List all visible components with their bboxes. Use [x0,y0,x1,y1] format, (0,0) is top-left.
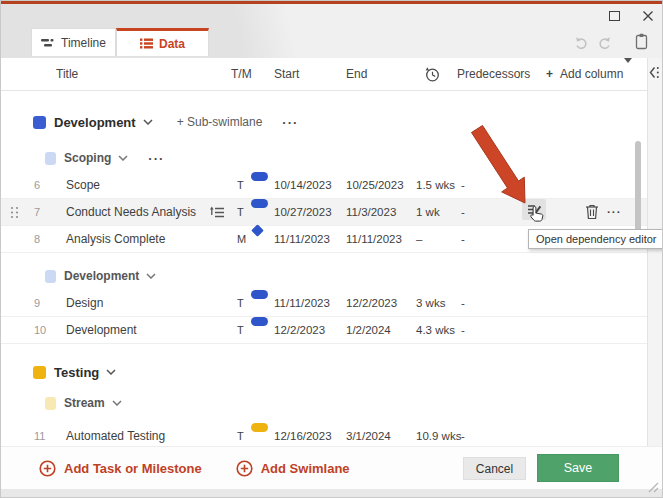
start-date-cell[interactable]: 11/11/2023 [274,290,330,316]
task-shape-marker[interactable] [251,317,268,326]
swimlane-label[interactable]: Development [54,115,136,130]
table-header: Title T/M Start End Predecessors + Add c… [1,58,647,91]
add-task-or-milestone-button[interactable]: Add Task or Milestone [39,460,202,477]
task-row-9[interactable]: 9 Design T 11/11/2023 12/2/2023 3 wks - [1,290,647,317]
sub-swimlane-color-marker [45,152,56,165]
row-number: 8 [34,226,40,252]
milestone-shape-marker[interactable] [251,224,264,237]
sub-swimlane-label[interactable]: Development [64,269,139,283]
tm-cell[interactable]: T [237,317,244,343]
chevron-down-icon[interactable] [146,273,156,279]
end-date-cell[interactable]: 11/3/2023 [346,199,396,225]
row-more-button[interactable]: ··· [607,199,622,225]
end-date-cell[interactable]: 12/2/2023 [346,290,397,316]
annotation-arrow [469,123,544,218]
end-date-cell[interactable]: 1/2/2024 [346,317,391,343]
predecessors-cell[interactable]: - [461,290,465,316]
sub-swimlane-more-button[interactable]: ··· [148,151,164,166]
task-table: Development + Sub-swimlane ··· Scoping ·… [1,91,647,446]
circle-plus-icon [236,460,253,477]
column-start[interactable]: Start [274,58,299,91]
swimlane-color-marker [33,116,46,129]
chevron-down-icon[interactable] [112,400,122,406]
clipboard-icon[interactable] [635,33,648,50]
predecessors-cell[interactable]: - [461,172,465,198]
column-predecessors[interactable]: Predecessors [457,58,530,91]
task-title-cell[interactable]: Conduct Needs Analysis [66,199,196,225]
close-icon[interactable] [642,10,654,22]
sub-swimlane-stream[interactable]: Stream [1,389,647,417]
chevron-down-icon[interactable] [143,119,153,125]
sub-swimlane-development[interactable]: Development [1,262,647,290]
end-date-cell[interactable]: 11/11/2023 [346,226,402,252]
predecessors-cell[interactable]: - [461,226,465,252]
duration-clock-icon[interactable] [424,66,441,83]
duration-cell[interactable]: – [416,226,422,252]
swimlane-development[interactable]: Development + Sub-swimlane ··· [1,108,647,136]
resize-grip[interactable] [645,479,659,493]
data-list-icon [140,38,153,49]
start-date-cell[interactable]: 10/27/2023 [274,199,332,225]
chevron-down-icon[interactable] [118,155,128,161]
add-column-dropdown-icon[interactable] [624,58,632,63]
add-sub-swimlane-button[interactable]: + Sub-swimlane [177,115,263,129]
sub-swimlane-label[interactable]: Scoping [64,151,111,165]
column-end[interactable]: End [346,58,367,91]
add-task-label: Add Task or Milestone [64,461,202,476]
redo-icon[interactable] [598,36,613,49]
duration-cell[interactable]: 1 wk [416,199,440,225]
start-date-cell[interactable]: 10/14/2023 [274,172,332,198]
tab-data[interactable]: Data [116,28,209,56]
task-shape-marker[interactable] [251,199,268,208]
task-row-10[interactable]: 10 Development T 12/2/2023 1/2/2024 4.3 … [1,317,647,344]
task-row-6[interactable]: 6 Scope T 10/14/2023 10/25/2023 1.5 wks … [1,172,647,199]
sub-swimlane-color-marker [45,270,56,283]
delete-icon[interactable] [585,204,599,220]
tm-cell[interactable]: M [237,226,246,252]
hand-cursor-icon [529,205,546,224]
add-swimlane-button[interactable]: Add Swimlane [236,460,350,477]
swimlane-color-marker [33,366,46,379]
collapse-panel-icon[interactable] [649,65,660,80]
circle-plus-icon [39,460,56,477]
tab-timeline[interactable]: Timeline [31,28,116,56]
task-row-7[interactable]: 7 Conduct Needs Analysis T 10/27/2023 11… [1,199,647,226]
chevron-down-icon[interactable] [106,369,116,375]
start-date-cell[interactable]: 11/11/2023 [274,226,330,252]
predecessors-cell[interactable]: - [461,317,465,343]
sub-swimlane-scoping[interactable]: Scoping ··· [1,144,647,172]
add-swimlane-label: Add Swimlane [261,461,350,476]
task-shape-marker[interactable] [251,172,268,181]
maximize-icon[interactable] [609,11,620,21]
duration-cell[interactable]: 4.3 wks [416,317,455,343]
undo-icon[interactable] [573,36,588,49]
task-shape-marker[interactable] [251,290,268,299]
task-title-cell[interactable]: Development [66,317,137,343]
tm-cell[interactable]: T [237,172,244,198]
drag-handle-icon[interactable] [10,206,19,219]
tm-cell[interactable]: T [237,199,244,225]
save-button[interactable]: Save [537,454,619,482]
end-date-cell[interactable]: 10/25/2023 [346,172,404,198]
duration-cell[interactable]: 1.5 wks [416,172,455,198]
task-title-cell[interactable]: Design [66,290,103,316]
swimlane-more-button[interactable]: ··· [282,115,298,130]
task-title-cell[interactable]: Analysis Complete [66,226,165,252]
side-panel-strip [647,58,663,489]
start-date-cell[interactable]: 12/2/2023 [274,317,325,343]
predecessors-cell[interactable]: - [461,199,465,225]
column-title[interactable]: Title [56,58,78,91]
swimlane-testing[interactable]: Testing [1,358,647,386]
sub-swimlane-color-marker [45,397,56,410]
indent-icon[interactable] [210,206,225,219]
tm-cell[interactable]: T [237,290,244,316]
column-tm[interactable]: T/M [231,58,252,91]
task-title-cell[interactable]: Scope [66,172,100,198]
swimlane-label[interactable]: Testing [54,365,99,380]
tooltip: Open dependency editor [528,229,663,249]
cancel-button[interactable]: Cancel [463,457,526,480]
add-column-button[interactable]: Add column [560,58,623,91]
sub-swimlane-label[interactable]: Stream [64,396,105,410]
duration-cell[interactable]: 3 wks [416,290,445,316]
task-shape-marker[interactable] [251,423,268,432]
